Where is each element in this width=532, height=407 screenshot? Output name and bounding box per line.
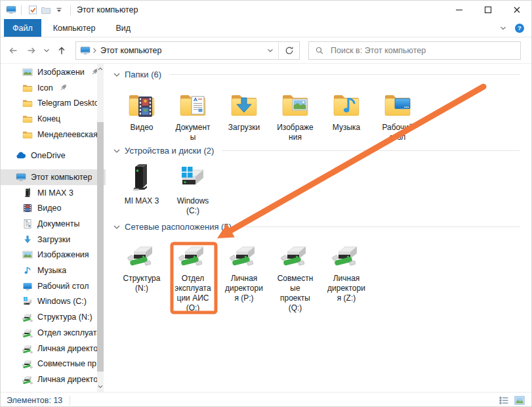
recent-locations-button[interactable]	[41, 42, 52, 59]
file-tile[interactable]: Музыка	[321, 89, 372, 142]
section-rule	[240, 226, 520, 227]
sidebar-item-label: Этот компьютер	[31, 173, 92, 182]
titlebar: Этот компьютер	[1, 1, 531, 19]
music-icon	[22, 265, 33, 276]
file-tile[interactable]: Отдел эксплуата ции АИС (O:)	[167, 240, 218, 313]
sidebar-item[interactable]: Отдел эксплуата	[1, 325, 106, 341]
maximize-button[interactable]	[474, 1, 502, 19]
minimize-button[interactable]	[445, 1, 474, 19]
details-view-icon	[499, 395, 509, 406]
file-tile[interactable]: Структура (N:)	[116, 240, 167, 313]
sidebar-item-label: Telegram Deskto	[37, 98, 99, 108]
forward-button[interactable]	[23, 42, 40, 59]
sidebar-item-label: Отдел эксплуата	[37, 328, 101, 337]
sidebar-item[interactable]: Документы	[1, 216, 106, 232]
sidebar-item[interactable]: Личная директо	[1, 341, 106, 356]
up-icon	[56, 45, 67, 56]
details-view-button[interactable]	[497, 394, 510, 407]
sidebar-item[interactable]: Личная директо	[1, 372, 106, 387]
breadcrumb[interactable]: Этот компьютер	[91, 46, 161, 55]
file-tile[interactable]: Личная директори я (Z:)	[321, 240, 372, 313]
folder-icon	[22, 83, 33, 93]
sidebar-item[interactable]: MI MAX 3	[1, 185, 106, 201]
sidebar-item[interactable]: Совместные пр	[1, 356, 106, 372]
qat-properties-button[interactable]	[26, 3, 39, 16]
sidebar-item[interactable]: Загрузки	[1, 232, 106, 247]
picture-icon	[22, 67, 33, 77]
sidebar-item-onedrive[interactable]: OneDrive	[1, 148, 106, 163]
file-tile[interactable]: Загрузки	[218, 89, 270, 142]
scrollbar-thumb[interactable]	[97, 122, 104, 372]
address-bar[interactable]: Этот компьютер	[75, 41, 300, 60]
chevron-down-icon	[266, 47, 274, 54]
computer-icon	[16, 172, 26, 182]
sidebar-item[interactable]: Видео	[1, 201, 106, 217]
sidebar-item[interactable]: Изображения	[1, 247, 106, 263]
sidebar-item-label: Загрузки	[37, 235, 70, 244]
drive-net-icon	[22, 328, 33, 338]
sidebar-item[interactable]: Музыка	[1, 263, 106, 278]
search-box[interactable]	[308, 41, 521, 60]
breadcrumb-item[interactable]: Этот компьютер	[100, 46, 161, 55]
file-tile-label: Отдел эксплуата ции АИС (O:)	[174, 274, 211, 313]
search-input[interactable]	[329, 45, 519, 56]
sidebar-item[interactable]: Структура (N:)	[1, 309, 106, 325]
folder-icon	[22, 129, 33, 140]
sidebar-item[interactable]: Icon	[1, 80, 106, 96]
sidebar-item-label: Icon	[37, 83, 53, 93]
section-header[interactable]: Сетевые расположения (5)	[106, 221, 531, 232]
download-icon	[22, 234, 33, 245]
sidebar-item[interactable]: Windows (C:)	[1, 294, 106, 310]
sidebar-scrollbar[interactable]	[97, 64, 104, 392]
thumbnails-view-button[interactable]	[513, 394, 526, 407]
minimize-icon	[454, 5, 464, 15]
file-tile[interactable]: Документ ы	[167, 89, 218, 142]
section-title: Папки (6)	[125, 70, 161, 79]
file-tile[interactable]: Изображе ния	[270, 89, 321, 142]
sidebar-item[interactable]: Менделеевская	[1, 127, 106, 142]
up-button[interactable]	[53, 42, 70, 59]
file-tile-label: Музыка	[333, 123, 360, 133]
sidebar-item[interactable]: Изображени	[1, 64, 106, 80]
tab-file[interactable]: Файл	[4, 19, 41, 37]
file-tile[interactable]: Личная директори я (P:)	[218, 240, 270, 313]
file-tile-label: Личная директори я (P:)	[225, 274, 263, 303]
sidebar-item-label: Рабочий стол	[37, 282, 89, 291]
section-title: Устройства и диски (2)	[125, 146, 214, 156]
thumbnails-view-icon	[514, 395, 525, 406]
sidebar-item[interactable]: Рабочий стол	[1, 278, 106, 294]
file-tile[interactable]: Совместн ые проекты (Q:)	[270, 240, 321, 313]
big-folder-music-icon	[331, 89, 362, 120]
refresh-icon	[284, 45, 295, 56]
file-tile[interactable]: Windows (C:)	[167, 162, 218, 216]
scroll-up-button[interactable]	[97, 65, 104, 73]
sidebar-item-label: Изображени	[37, 68, 85, 77]
sidebar-item-label: Документы	[37, 219, 79, 228]
sidebar-item-this-pc[interactable]: Этот компьютер	[1, 169, 106, 185]
file-tile-label: Видео	[130, 123, 153, 133]
file-tile[interactable]: Видео	[116, 89, 167, 142]
big-folder-picture-icon	[279, 89, 311, 120]
section-header[interactable]: Папки (6)	[106, 69, 531, 80]
qat-customize-button[interactable]	[52, 3, 66, 16]
onedrive-icon	[16, 150, 26, 161]
sidebar-item[interactable]: Конец	[1, 111, 106, 127]
file-tile[interactable]: MI MAX 3	[116, 162, 167, 216]
sidebar-item[interactable]: Telegram Deskto	[1, 95, 106, 111]
folder-icon	[22, 114, 33, 124]
qat-new-folder-button[interactable]	[39, 3, 52, 16]
chevron-down-icon	[97, 383, 104, 390]
close-button[interactable]	[502, 1, 531, 19]
document-icon	[22, 219, 33, 229]
refresh-button[interactable]	[278, 42, 299, 59]
tab-computer[interactable]: Компьютер	[45, 19, 104, 37]
scroll-down-button[interactable]	[97, 383, 104, 391]
file-tile[interactable]: Рабочий стол	[372, 89, 423, 142]
big-folder-download-icon	[228, 89, 260, 120]
back-button[interactable]	[5, 42, 22, 59]
help-icon[interactable]: ?	[514, 23, 525, 33]
section-header[interactable]: Устройства и диски (2)	[106, 145, 531, 156]
ribbon-collapse-icon[interactable]	[499, 24, 508, 33]
tab-view[interactable]: Вид	[107, 19, 139, 37]
address-dropdown-button[interactable]	[262, 42, 278, 59]
